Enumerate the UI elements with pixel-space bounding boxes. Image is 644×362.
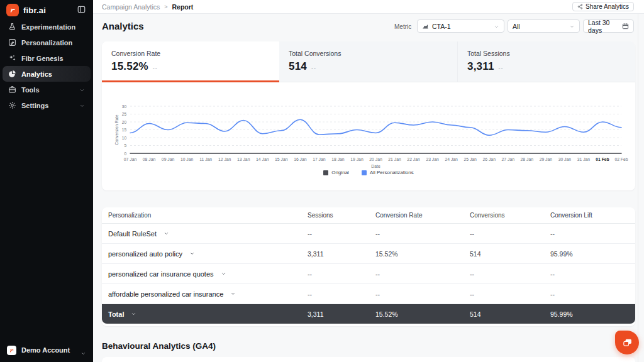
metric-value: CTA-1 bbox=[432, 23, 451, 30]
row-conversions: -- bbox=[470, 270, 550, 278]
row-name: personalized car insurance quotes bbox=[108, 270, 214, 278]
personalization-table: Personalization Sessions Conversion Rate… bbox=[102, 207, 635, 326]
svg-text:02 Feb: 02 Feb bbox=[614, 157, 628, 162]
svg-text:30 Jan: 30 Jan bbox=[558, 157, 572, 162]
sidebar-item-tools[interactable]: Tools bbox=[3, 82, 91, 97]
legend-item-original[interactable]: Original bbox=[323, 170, 349, 175]
svg-text:16 Jan: 16 Jan bbox=[294, 157, 307, 162]
account-label: Demo Account bbox=[21, 346, 70, 354]
col-sessions: Sessions bbox=[308, 212, 375, 219]
svg-text:11 Jan: 11 Jan bbox=[199, 157, 212, 162]
svg-text:07 Jan: 07 Jan bbox=[124, 157, 137, 162]
svg-text:12 Jan: 12 Jan bbox=[218, 157, 231, 162]
sidebar-item-analytics[interactable]: Analytics bbox=[3, 66, 91, 82]
kpi-value: 15.52% bbox=[111, 60, 148, 73]
chat-widget-button[interactable] bbox=[615, 331, 639, 354]
col-conversions: Conversions bbox=[470, 212, 550, 219]
svg-text:Date: Date bbox=[371, 164, 380, 168]
row-sessions: -- bbox=[308, 230, 375, 238]
svg-text:19 Jan: 19 Jan bbox=[350, 157, 364, 162]
conversion-rate-chart: 051015202530Conversion Rate07 Jan08 Jan0… bbox=[102, 82, 635, 190]
date-range-value: Last 30 days bbox=[588, 19, 619, 34]
row-conversions: -- bbox=[470, 290, 550, 298]
svg-text:29 Jan: 29 Jan bbox=[540, 157, 553, 162]
audience-select[interactable]: All bbox=[508, 19, 580, 33]
chevron-down-icon bbox=[569, 23, 575, 29]
legend-swatch bbox=[362, 170, 367, 175]
sidebar: fibr.ai ExperimentationPersonalizationFi… bbox=[0, 0, 93, 362]
chevron-down-icon bbox=[131, 311, 136, 317]
kpi-tab-total-conversions[interactable]: Total Conversions514-- bbox=[279, 41, 457, 82]
metric-select[interactable]: CTA-1 bbox=[417, 19, 504, 33]
logo-text: fibr.ai bbox=[23, 6, 46, 15]
row-name: Default RuleSet bbox=[108, 230, 157, 238]
sidebar-nav: ExperimentationPersonalizationFibr Genes… bbox=[3, 19, 91, 113]
audience-value: All bbox=[513, 23, 520, 30]
chevron-down-icon bbox=[164, 231, 169, 236]
legend-item-all-personalizations[interactable]: All Personalizations bbox=[362, 170, 414, 175]
row-sessions: -- bbox=[308, 270, 375, 278]
row-sessions: -- bbox=[308, 290, 375, 298]
table-row[interactable]: affordable personalized car insurance --… bbox=[102, 284, 635, 304]
svg-text:27 Jan: 27 Jan bbox=[502, 157, 515, 162]
kpi-delta: -- bbox=[311, 65, 316, 71]
table-row[interactable]: Default RuleSet -- -- -- -- bbox=[102, 224, 635, 244]
sidebar-collapse-icon[interactable] bbox=[77, 5, 86, 14]
table-row[interactable]: personalized car insurance quotes -- -- … bbox=[102, 264, 635, 284]
gear-icon bbox=[8, 101, 16, 109]
total-conversion-lift: 95.99% bbox=[550, 310, 635, 318]
pie-chart-icon bbox=[8, 70, 16, 78]
sparkles-icon bbox=[8, 54, 16, 62]
svg-text:15 Jan: 15 Jan bbox=[275, 157, 288, 162]
table-header-row: Personalization Sessions Conversion Rate… bbox=[102, 207, 635, 224]
logo: fibr.ai bbox=[6, 4, 46, 16]
row-name: personalized auto policy bbox=[108, 250, 182, 258]
breadcrumb: Campaign Analytics > Report bbox=[102, 0, 193, 14]
kpi-label: Total Conversions bbox=[289, 50, 448, 57]
date-range-picker[interactable]: Last 30 days bbox=[583, 19, 634, 33]
total-conversion-rate: 15.52% bbox=[375, 310, 470, 318]
sidebar-item-personalization[interactable]: Personalization bbox=[3, 35, 91, 50]
sidebar-item-settings[interactable]: Settings bbox=[3, 97, 91, 113]
share-label: Share Analytics bbox=[586, 3, 629, 10]
kpi-tab-total-sessions[interactable]: Total Sessions3,311-- bbox=[457, 41, 635, 82]
svg-text:28 Jan: 28 Jan bbox=[521, 157, 534, 162]
col-personalization: Personalization bbox=[102, 212, 308, 219]
row-conversions: 514 bbox=[470, 250, 550, 258]
page-title: Analytics bbox=[102, 21, 144, 31]
share-analytics-button[interactable]: Share Analytics bbox=[572, 2, 634, 11]
row-conversion-rate: -- bbox=[375, 270, 470, 278]
chevron-down-icon bbox=[494, 23, 499, 29]
svg-text:10 Jan: 10 Jan bbox=[180, 157, 194, 162]
chevron-down-icon bbox=[230, 291, 236, 297]
behavioural-card-edge bbox=[102, 357, 635, 362]
total-label: Total bbox=[108, 310, 124, 318]
chevron-down-icon bbox=[79, 87, 85, 92]
sidebar-item-label: Fibr Genesis bbox=[21, 55, 64, 62]
sidebar-item-label: Analytics bbox=[21, 70, 52, 78]
svg-text:14 Jan: 14 Jan bbox=[256, 157, 269, 162]
legend-swatch bbox=[323, 170, 328, 175]
sidebar-item-experimentation[interactable]: Experimentation bbox=[3, 19, 91, 35]
metric-label: Metric bbox=[394, 23, 411, 30]
account-switcher[interactable]: Demo Account bbox=[4, 344, 89, 356]
fibr-logo-icon bbox=[6, 4, 19, 16]
table-total-row[interactable]: Total3,31115.52%51495.99% bbox=[102, 304, 635, 324]
svg-text:10: 10 bbox=[122, 136, 127, 140]
svg-text:26 Jan: 26 Jan bbox=[483, 157, 496, 162]
sidebar-item-label: Tools bbox=[21, 86, 40, 94]
svg-text:18 Jan: 18 Jan bbox=[331, 157, 345, 162]
svg-text:01 Feb: 01 Feb bbox=[596, 157, 609, 162]
sidebar-item-label: Experimentation bbox=[21, 23, 75, 31]
chevron-down-icon bbox=[80, 348, 86, 353]
table-row[interactable]: personalized auto policy 3,311 15.52% 51… bbox=[102, 244, 635, 264]
svg-text:17 Jan: 17 Jan bbox=[313, 157, 326, 162]
kpi-tab-conversion-rate[interactable]: Conversion Rate15.52%-- bbox=[102, 41, 279, 82]
breadcrumb-parent[interactable]: Campaign Analytics bbox=[102, 3, 160, 11]
sidebar-item-label: Settings bbox=[21, 102, 48, 109]
row-conversion-lift: -- bbox=[550, 270, 635, 278]
sidebar-item-fibr-genesis[interactable]: Fibr Genesis bbox=[3, 50, 91, 66]
svg-text:08 Jan: 08 Jan bbox=[143, 157, 156, 162]
row-conversion-lift: -- bbox=[550, 290, 635, 298]
svg-text:20 Jan: 20 Jan bbox=[369, 157, 382, 162]
